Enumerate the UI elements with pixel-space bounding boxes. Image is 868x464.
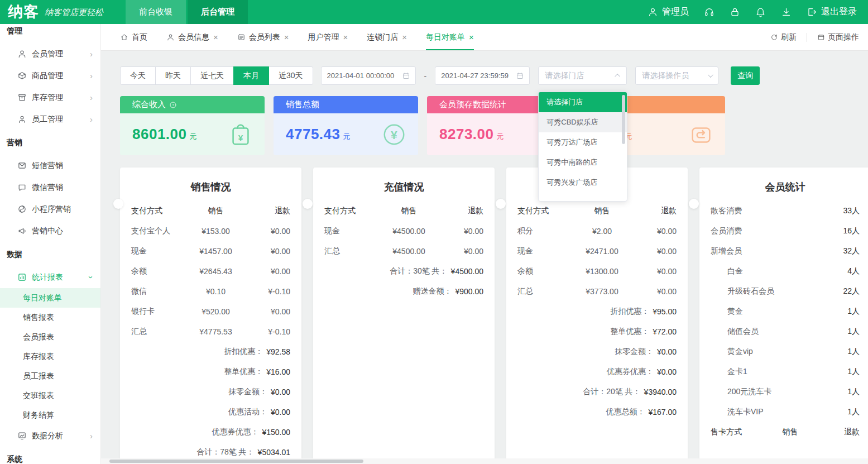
sidebar-item-member-report[interactable]: 会员报表 <box>0 327 100 347</box>
sidebar-item-sales-report[interactable]: 销售报表 <box>0 308 100 327</box>
summary-line: 赠送金额：¥900.00 <box>324 281 483 302</box>
table-row: 汇总¥4500.00¥0.00 <box>324 241 483 261</box>
dropdown-scrollbar[interactable] <box>622 95 625 144</box>
table-row: 汇总¥4775.53¥-0.10 <box>131 322 290 342</box>
sidebar-item-stock-mgmt[interactable]: 库存管理 › <box>0 87 100 108</box>
horizontal-scrollbar-thumb[interactable] <box>109 460 363 463</box>
range-this-month-button[interactable]: 本月 <box>233 66 269 85</box>
tab-home[interactable]: 首页 <box>120 24 147 50</box>
end-date-input[interactable] <box>441 71 516 80</box>
range-yesterday-button[interactable]: 昨天 <box>155 66 191 85</box>
miniprogram-icon <box>17 204 27 214</box>
close-tab-icon[interactable]: × <box>284 32 289 42</box>
end-date-picker[interactable] <box>435 66 530 85</box>
panel-title: 销售情况 <box>131 168 290 195</box>
summary-line: 整单优惠：¥72.00 <box>517 322 677 342</box>
search-button[interactable]: 查询 <box>731 66 760 85</box>
summary-line: 折扣优惠：¥92.58 <box>131 342 290 362</box>
svg-text:¥: ¥ <box>238 132 243 142</box>
refund-card-icon <box>688 122 714 147</box>
sidebar-item-daily-statement[interactable]: 每日对账单 <box>0 288 100 308</box>
tab-member-info[interactable]: 会员信息 × <box>166 24 218 50</box>
top-nav: 前台收银 后台管理 <box>126 0 250 24</box>
lock-button[interactable] <box>730 7 740 17</box>
sidebar-section-data: 数据 <box>0 242 100 266</box>
sidebar-item-staff-report[interactable]: 员工报表 <box>0 366 100 386</box>
sidebar-section-system: 系统 <box>0 447 100 464</box>
megaphone-icon <box>17 226 27 236</box>
store-option[interactable]: 可秀中南路的店 <box>539 152 627 173</box>
store-option[interactable]: 可秀万达广场店 <box>539 132 627 152</box>
close-tab-icon[interactable]: × <box>469 32 474 42</box>
help-icon[interactable]: ? <box>169 101 177 109</box>
start-date-input[interactable] <box>327 71 402 80</box>
tab-member-list[interactable]: 会员列表 × <box>237 24 289 50</box>
tab-chain-stores[interactable]: 连锁门店 × <box>367 24 407 50</box>
sidebar-item-staff-mgmt[interactable]: 员工管理 › <box>0 108 100 130</box>
range-today-button[interactable]: 今天 <box>120 66 156 85</box>
panel-title: 会员统计 <box>711 168 860 195</box>
unit-label: 元 <box>496 132 504 141</box>
tab-user-mgmt[interactable]: 用户管理 × <box>308 24 348 50</box>
prestore-value: 8273.00 <box>439 126 493 142</box>
topbar-actions: 管理员 退出登录 <box>648 6 857 18</box>
unit-label: 元 <box>189 132 197 141</box>
nav-backoffice[interactable]: 后台管理 <box>188 0 248 24</box>
panel-notch <box>689 199 699 209</box>
sidebar-item-member-mgmt[interactable]: 会员管理 › <box>0 43 100 65</box>
analysis-icon <box>17 431 27 441</box>
range-30days-button[interactable]: 近30天 <box>268 66 313 85</box>
operator-select[interactable]: 请选择操作员 <box>635 66 718 85</box>
member-stat-row: 储值会员1人 <box>711 322 860 342</box>
sales-value: 4775.43 <box>286 126 340 142</box>
nav-front-cashier[interactable]: 前台收银 <box>126 0 186 24</box>
sidebar-item-goods-mgmt[interactable]: 商品管理 › <box>0 65 100 87</box>
page-operations-button[interactable]: 页面操作 <box>817 32 859 42</box>
store-option[interactable]: 请选择门店 <box>539 92 627 112</box>
sidebar-item-wechat-marketing[interactable]: 微信营销 <box>0 176 100 198</box>
card-header: 综合收入 ? <box>120 96 265 113</box>
sidebar-item-stock-report[interactable]: 库存报表 <box>0 347 100 366</box>
store-dropdown: 请选择门店 可秀CBD娱乐店 可秀万达广场店 可秀中南路的店 可秀兴发广场店 <box>538 92 627 202</box>
close-tab-icon[interactable]: × <box>402 32 407 42</box>
staff-icon <box>17 114 27 124</box>
table-row: 积分¥2.00¥0.00 <box>517 221 677 241</box>
chevron-right-icon: › <box>90 93 93 102</box>
user-icon <box>648 7 658 17</box>
sms-icon <box>17 161 27 170</box>
range-7days-button[interactable]: 近七天 <box>190 66 234 85</box>
download-button[interactable] <box>781 7 792 17</box>
tab-daily-statement[interactable]: 每日对账单 × <box>426 24 474 50</box>
sidebar-item-shift-report[interactable]: 交班报表 <box>0 386 100 405</box>
sidebar: 管理 会员管理 › 商品管理 › 库存管理 › 员工管理 › 营销 短信营销 <box>0 24 101 464</box>
member-stat-row: 黄金vip1人 <box>711 342 860 362</box>
admin-user[interactable]: 管理员 <box>648 6 689 18</box>
summary-line: 折扣优惠：¥95.00 <box>517 302 677 322</box>
sidebar-item-marketing-center[interactable]: 营销中心 <box>0 220 100 242</box>
close-tab-icon[interactable]: × <box>343 32 348 42</box>
logout-button[interactable]: 退出登录 <box>807 6 857 18</box>
summary-line: 抹零金额：¥0.00 <box>517 342 677 362</box>
horizontal-scrollbar[interactable] <box>101 458 868 464</box>
store-option[interactable]: 可秀兴发广场店 <box>539 173 627 193</box>
sidebar-item-sms-marketing[interactable]: 短信营销 <box>0 155 100 176</box>
table-header: 支付方式 销售 退款 <box>324 201 483 221</box>
bell-icon <box>755 7 766 17</box>
refresh-button[interactable]: 刷新 <box>770 32 797 42</box>
sidebar-item-finance-settlement[interactable]: 财务结算 <box>0 405 100 425</box>
person-icon <box>166 33 175 41</box>
support-button[interactable] <box>704 7 714 17</box>
store-select[interactable]: 请选择门店 请选择门店 可秀CBD娱乐店 可秀万达广场店 可秀中南路的店 可秀兴… <box>538 66 627 85</box>
sidebar-item-miniprogram-marketing[interactable]: 小程序营销 <box>0 198 100 220</box>
close-tab-icon[interactable]: × <box>213 32 218 42</box>
store-option[interactable]: 可秀CBD娱乐店 <box>539 112 627 132</box>
sidebar-item-report-parent[interactable]: 统计报表 › <box>0 266 100 288</box>
summary-line: 优惠总额：¥167.00 <box>517 402 677 422</box>
unit-label: 元 <box>343 132 351 141</box>
table-row: 银行卡¥520.00¥0.00 <box>131 302 290 322</box>
start-date-picker[interactable] <box>321 66 416 85</box>
logout-label: 退出登录 <box>821 6 857 18</box>
notifications-button[interactable] <box>755 7 766 17</box>
card-body: 8601.00元 ¥ <box>120 113 265 155</box>
sidebar-item-data-analysis[interactable]: 数据分析 › <box>0 425 100 447</box>
